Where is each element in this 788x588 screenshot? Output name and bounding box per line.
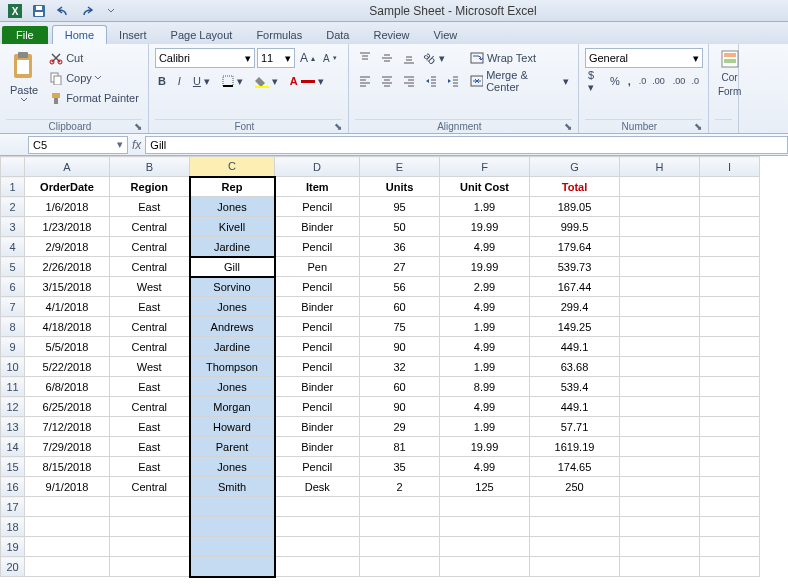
cell-F13[interactable]: 1.99 [440,417,530,437]
cell-F19[interactable] [440,537,530,557]
cell-E6[interactable]: 56 [360,277,440,297]
cell-H16[interactable] [620,477,700,497]
cell-I10[interactable] [700,357,760,377]
cell-D9[interactable]: Pencil [275,337,360,357]
cell-B16[interactable]: Central [110,477,190,497]
cell-E11[interactable]: 60 [360,377,440,397]
cell-A5[interactable]: 2/26/2018 [25,257,110,277]
cell-I4[interactable] [700,237,760,257]
row-header-20[interactable]: 20 [1,557,25,577]
cell-A3[interactable]: 1/23/2018 [25,217,110,237]
format-painter-button[interactable]: Format Painter [46,88,142,108]
tab-formulas[interactable]: Formulas [244,26,314,44]
cell-D20[interactable] [275,557,360,577]
row-header-11[interactable]: 11 [1,377,25,397]
row-header-13[interactable]: 13 [1,417,25,437]
row-header-2[interactable]: 2 [1,197,25,217]
cell-E18[interactable] [360,517,440,537]
cell-F14[interactable]: 19.99 [440,437,530,457]
cell-C2[interactable]: Jones [190,197,275,217]
cell-E15[interactable]: 35 [360,457,440,477]
cell-H6[interactable] [620,277,700,297]
cell-B13[interactable]: East [110,417,190,437]
tab-review[interactable]: Review [361,26,421,44]
cell-H13[interactable] [620,417,700,437]
excel-icon[interactable]: X [4,2,26,20]
cell-F17[interactable] [440,497,530,517]
cell-A4[interactable]: 2/9/2018 [25,237,110,257]
cell-E7[interactable]: 60 [360,297,440,317]
tab-view[interactable]: View [422,26,470,44]
cell-D2[interactable]: Pencil [275,197,360,217]
cell-G7[interactable]: 299.4 [530,297,620,317]
cell-F11[interactable]: 8.99 [440,377,530,397]
cell-I7[interactable] [700,297,760,317]
bold-button[interactable]: B [155,71,169,91]
cell-G10[interactable]: 63.68 [530,357,620,377]
cell-A9[interactable]: 5/5/2018 [25,337,110,357]
cell-G14[interactable]: 1619.19 [530,437,620,457]
decrease-decimal-button[interactable]: .00.0 [670,71,702,91]
row-header-17[interactable]: 17 [1,497,25,517]
cell-D1[interactable]: Item [275,177,360,197]
cell-B10[interactable]: West [110,357,190,377]
cell-B18[interactable] [110,517,190,537]
cell-H5[interactable] [620,257,700,277]
cell-F8[interactable]: 1.99 [440,317,530,337]
cell-A14[interactable]: 7/29/2018 [25,437,110,457]
cell-G8[interactable]: 149.25 [530,317,620,337]
row-header-19[interactable]: 19 [1,537,25,557]
cell-E14[interactable]: 81 [360,437,440,457]
cell-C6[interactable]: Sorvino [190,277,275,297]
cell-F20[interactable] [440,557,530,577]
tab-insert[interactable]: Insert [107,26,159,44]
cell-D15[interactable]: Pencil [275,457,360,477]
name-box[interactable]: C5▾ [28,136,128,154]
increase-decimal-button[interactable]: .0.00 [636,71,668,91]
cell-D12[interactable]: Pencil [275,397,360,417]
cell-I1[interactable] [700,177,760,197]
cell-D11[interactable]: Binder [275,377,360,397]
col-header-G[interactable]: G [530,157,620,177]
cell-E16[interactable]: 2 [360,477,440,497]
col-header-F[interactable]: F [440,157,530,177]
col-header-D[interactable]: D [275,157,360,177]
italic-button[interactable]: I [175,71,184,91]
cell-I20[interactable] [700,557,760,577]
cell-B5[interactable]: Central [110,257,190,277]
row-header-3[interactable]: 3 [1,217,25,237]
cell-I3[interactable] [700,217,760,237]
cell-C19[interactable] [190,537,275,557]
cut-button[interactable]: Cut [46,48,142,68]
percent-format-button[interactable]: % [607,71,623,91]
cell-E3[interactable]: 50 [360,217,440,237]
decrease-indent-button[interactable] [421,71,441,91]
underline-button[interactable]: U ▾ [190,71,213,91]
align-center-button[interactable] [377,71,397,91]
fx-icon[interactable]: fx [132,138,141,152]
tab-home[interactable]: Home [52,25,107,44]
cell-H18[interactable] [620,517,700,537]
cell-D18[interactable] [275,517,360,537]
cell-F12[interactable]: 4.99 [440,397,530,417]
col-header-B[interactable]: B [110,157,190,177]
cell-I6[interactable] [700,277,760,297]
cell-G1[interactable]: Total [530,177,620,197]
cell-D6[interactable]: Pencil [275,277,360,297]
row-header-9[interactable]: 9 [1,337,25,357]
cell-I9[interactable] [700,337,760,357]
cell-G9[interactable]: 449.1 [530,337,620,357]
border-button[interactable]: ▾ [219,71,246,91]
cell-E4[interactable]: 36 [360,237,440,257]
cell-C14[interactable]: Parent [190,437,275,457]
row-header-7[interactable]: 7 [1,297,25,317]
row-header-14[interactable]: 14 [1,437,25,457]
cell-A13[interactable]: 7/12/2018 [25,417,110,437]
cell-H19[interactable] [620,537,700,557]
row-header-12[interactable]: 12 [1,397,25,417]
cell-H12[interactable] [620,397,700,417]
cell-C20[interactable] [190,557,275,577]
cell-H9[interactable] [620,337,700,357]
cell-C18[interactable] [190,517,275,537]
cell-H14[interactable] [620,437,700,457]
